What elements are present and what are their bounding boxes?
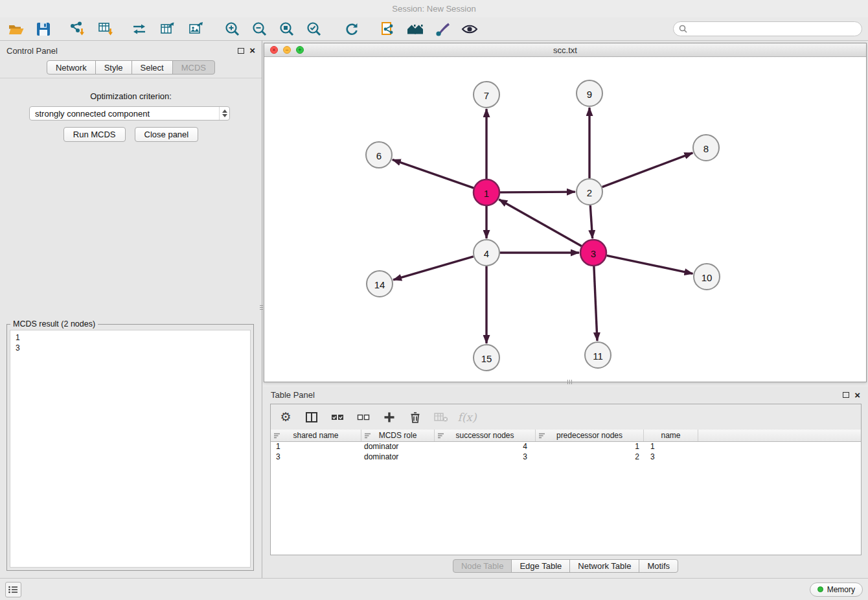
maximize-window-icon[interactable]: + <box>296 46 304 54</box>
cell-mcds-role[interactable]: dominator <box>361 442 435 452</box>
network-graph[interactable]: 7968124314101511 <box>264 57 866 382</box>
close-window-icon[interactable]: × <box>270 46 278 54</box>
zoom-fit-button[interactable] <box>277 19 297 39</box>
window-title: Session: New Session <box>392 4 475 14</box>
float-table-panel-icon[interactable] <box>843 392 849 398</box>
column-name[interactable]: name <box>644 430 698 441</box>
export-image-button[interactable] <box>187 19 206 39</box>
table-row[interactable]: 1 dominator 4 1 1 <box>271 442 861 452</box>
graph-node-14[interactable]: 14 <box>367 271 393 297</box>
cell-shared-name[interactable]: 3 <box>271 452 361 463</box>
tab-select[interactable]: Select <box>131 60 173 75</box>
zoom-out-button[interactable] <box>250 19 269 39</box>
window-splitter-handle[interactable] <box>562 380 577 384</box>
memory-status-icon <box>817 586 823 592</box>
task-history-button[interactable] <box>5 582 21 597</box>
graph-node-15[interactable]: 15 <box>474 345 499 371</box>
graph-node-6[interactable]: 6 <box>366 142 392 168</box>
cell-predecessor-nodes[interactable]: 1 <box>536 442 644 452</box>
status-bar: Memory <box>0 578 868 600</box>
export-table-button[interactable] <box>158 19 177 39</box>
show-hide-button[interactable] <box>460 19 479 39</box>
search-field[interactable] <box>673 21 862 36</box>
trash-icon <box>409 411 421 423</box>
tab-network-table[interactable]: Network Table <box>569 559 639 573</box>
style-brush-button[interactable] <box>433 19 452 39</box>
graph-edge-1-2[interactable] <box>500 192 575 192</box>
graph-node-10[interactable]: 10 <box>694 264 720 290</box>
open-session-button[interactable] <box>6 19 26 39</box>
float-panel-icon[interactable] <box>238 48 244 54</box>
graph-node-9[interactable]: 9 <box>577 80 602 106</box>
column-predecessor-nodes[interactable]: predecessor nodes <box>536 430 644 441</box>
control-panel-header: Control Panel × <box>0 41 262 60</box>
import-table-icon <box>97 21 114 38</box>
import-network-button[interactable] <box>67 19 87 39</box>
graph-node-2[interactable]: 2 <box>577 179 602 205</box>
control-panel-title: Control Panel <box>6 46 238 56</box>
network-exchange-button[interactable] <box>130 19 149 39</box>
cell-successor-nodes[interactable]: 3 <box>435 452 536 463</box>
zoom-selected-button[interactable] <box>304 19 324 39</box>
zoom-fit-icon <box>279 21 295 38</box>
cell-name[interactable]: 1 <box>644 442 698 452</box>
export-image-icon <box>188 21 205 38</box>
table-row[interactable]: 3 dominator 3 2 3 <box>271 452 861 463</box>
column-shared-name[interactable]: shared name <box>271 430 361 441</box>
search-input[interactable] <box>691 25 856 34</box>
tab-motifs[interactable]: Motifs <box>639 559 678 573</box>
eye-icon <box>461 21 479 38</box>
zoom-in-button[interactable] <box>223 19 242 39</box>
graph-edge-3-10[interactable] <box>607 255 693 273</box>
cell-mcds-role[interactable]: dominator <box>361 452 435 463</box>
graph-edge-3-11[interactable] <box>594 266 597 341</box>
column-settings-button[interactable]: ⚙ <box>277 409 294 426</box>
tab-mcds[interactable]: MCDS <box>172 60 215 75</box>
select-all-button[interactable] <box>329 409 346 426</box>
graph-node-4[interactable]: 4 <box>474 240 499 266</box>
graph-edge-4-14[interactable] <box>393 257 474 280</box>
tab-node-table[interactable]: Node Table <box>453 559 512 573</box>
zoom-selected-icon <box>306 21 323 38</box>
network-canvas[interactable]: 7968124314101511 <box>264 57 866 382</box>
tab-style[interactable]: Style <box>95 60 132 75</box>
save-session-button[interactable] <box>34 19 53 39</box>
minimize-window-icon[interactable]: − <box>283 46 291 54</box>
graph-node-8[interactable]: 8 <box>693 135 719 161</box>
select-all-icon <box>331 411 344 423</box>
graph-edge-2-3[interactable] <box>590 205 592 238</box>
cell-successor-nodes[interactable]: 4 <box>435 442 536 452</box>
close-table-panel-icon[interactable]: × <box>854 392 860 398</box>
import-table-button[interactable] <box>96 19 115 39</box>
cell-predecessor-nodes[interactable]: 2 <box>536 452 644 463</box>
table-toolbar: ⚙ <box>271 404 861 430</box>
close-panel-button[interactable]: Close panel <box>135 127 199 142</box>
graph-edge-2-8[interactable] <box>602 153 693 187</box>
close-panel-icon[interactable]: × <box>249 47 255 54</box>
sort-icon <box>539 433 545 439</box>
memory-button[interactable]: Memory <box>810 583 863 597</box>
clone-network-button[interactable] <box>378 19 398 39</box>
zoom-out-icon <box>251 21 268 38</box>
column-mcds-role[interactable]: MCDS role <box>361 430 435 441</box>
optimization-criterion-select[interactable]: strongly connected component <box>29 106 230 121</box>
cell-shared-name[interactable]: 1 <box>271 442 361 452</box>
graph-node-7[interactable]: 7 <box>474 82 499 108</box>
graph-node-3[interactable]: 3 <box>580 240 606 266</box>
cell-name[interactable]: 3 <box>644 452 698 463</box>
unselect-all-button[interactable] <box>355 409 372 426</box>
tab-edge-table[interactable]: Edge Table <box>511 559 570 573</box>
add-column-button[interactable] <box>381 409 398 426</box>
show-columns-button[interactable] <box>303 409 320 426</box>
refresh-view-button[interactable] <box>342 19 361 39</box>
graph-edge-3-1[interactable] <box>499 200 582 246</box>
graph-edge-1-6[interactable] <box>393 159 474 188</box>
delete-column-button[interactable] <box>407 409 424 426</box>
run-mcds-button[interactable]: Run MCDS <box>63 127 126 142</box>
mcds-tab-panel: Optimization criterion: strongly connect… <box>0 78 262 581</box>
graph-node-1[interactable]: 1 <box>474 179 499 205</box>
column-successor-nodes[interactable]: successor nodes <box>435 430 536 441</box>
home-button[interactable] <box>405 19 425 39</box>
tab-network[interactable]: Network <box>47 60 96 75</box>
graph-node-11[interactable]: 11 <box>585 342 611 368</box>
